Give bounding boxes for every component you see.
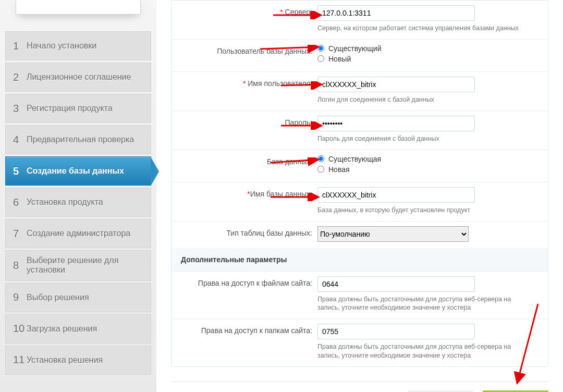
database-new-radio[interactable]: Новая bbox=[317, 165, 543, 174]
step-4[interactable]: 4 Предварительная проверка bbox=[5, 125, 151, 154]
row-db-name: *Имя базы данных: База данных, в которую… bbox=[172, 182, 548, 221]
step-number: 1 bbox=[13, 40, 27, 52]
dir-perms-hint: Права должны быть достаточными для досту… bbox=[317, 342, 526, 360]
step-3[interactable]: 3 Регистрация продукта bbox=[5, 94, 151, 123]
table-type-select[interactable]: По-умолчанию bbox=[317, 226, 469, 242]
username-input[interactable] bbox=[317, 77, 475, 92]
server-input[interactable] bbox=[317, 5, 475, 21]
file-perms-hint: Права должны быть достаточными для досту… bbox=[317, 295, 526, 313]
db-user-existing-radio[interactable]: Существующий bbox=[317, 44, 543, 53]
step-8[interactable]: 8 Выберите решение для установки bbox=[5, 250, 151, 281]
step-2[interactable]: 2 Лицензионное соглашение bbox=[5, 63, 151, 92]
step-5[interactable]: 5 Создание базы данных bbox=[5, 156, 151, 186]
file-perms-label: Права на доступ к файлам сайта: bbox=[177, 275, 317, 313]
install-form: * Сервер: Сервер, на котором работает си… bbox=[156, 0, 563, 392]
password-hint: Пароль для соединения с базой данных bbox=[317, 134, 526, 143]
database-label: База данных: bbox=[177, 153, 317, 176]
step-label: Лицензионное соглашение bbox=[27, 72, 131, 82]
step-number: 4 bbox=[13, 134, 27, 146]
row-username: * Имя пользователя: Логин для соединения… bbox=[172, 71, 548, 111]
step-label: Установка решения bbox=[27, 356, 103, 365]
db-name-label: *Имя базы данных: bbox=[177, 186, 317, 215]
step-number: 6 bbox=[13, 197, 27, 209]
install-sidebar: 1 Начало установки 2 Лицензионное соглаш… bbox=[0, 0, 156, 392]
step-label: Выберите решение для установки bbox=[27, 256, 143, 275]
row-db-user: Пользователь базы данных: Существующий Н… bbox=[172, 39, 548, 71]
row-dir-perms: Права на доступ к папкам сайта: Права до… bbox=[172, 318, 548, 366]
form-footer: ← Назад Далее → bbox=[171, 382, 548, 392]
row-password: Пароль: Пароль для соединения с базой да… bbox=[172, 111, 548, 150]
row-server: * Сервер: Сервер, на котором работает си… bbox=[172, 1, 548, 39]
file-perms-input[interactable] bbox=[317, 276, 475, 292]
step-label: Установка продукта bbox=[27, 198, 103, 207]
row-table-type: Тип таблиц базы данных: По-умолчанию bbox=[172, 221, 548, 248]
step-number: 8 bbox=[13, 260, 27, 272]
preview-placeholder bbox=[16, 0, 141, 15]
db-name-hint: База данных, в которую будет установлен … bbox=[317, 206, 526, 215]
step-7[interactable]: 7 Создание администратора bbox=[5, 219, 151, 248]
step-1[interactable]: 1 Начало установки bbox=[5, 31, 151, 60]
table-type-label: Тип таблиц базы данных: bbox=[177, 225, 317, 242]
step-label: Регистрация продукта bbox=[27, 104, 113, 113]
dir-perms-input[interactable] bbox=[317, 324, 475, 339]
database-existing-radio[interactable]: Существующая bbox=[317, 155, 543, 163]
step-6[interactable]: 6 Установка продукта bbox=[5, 188, 151, 217]
step-10[interactable]: 10 Загрузка решения bbox=[5, 314, 151, 344]
step-label: Предварительная проверка bbox=[27, 135, 134, 144]
step-label: Начало установки bbox=[27, 41, 96, 51]
db-settings-section: * Сервер: Сервер, на котором работает си… bbox=[171, 0, 548, 367]
step-9[interactable]: 9 Выбор решения bbox=[5, 283, 151, 312]
step-label: Выбор решения bbox=[27, 293, 89, 302]
db-name-input[interactable] bbox=[317, 187, 475, 203]
extra-params-header: Дополнительные параметры bbox=[172, 248, 548, 271]
db-user-label: Пользователь базы данных: bbox=[177, 43, 317, 65]
step-number: 7 bbox=[13, 228, 27, 240]
row-database: База данных: Существующая Новая bbox=[172, 150, 548, 182]
install-steps-list: 1 Начало установки 2 Лицензионное соглаш… bbox=[5, 31, 151, 375]
server-label: * Сервер: bbox=[177, 4, 317, 33]
server-hint: Сервер, на котором работает система упра… bbox=[317, 24, 526, 33]
username-label: * Имя пользователя: bbox=[177, 75, 317, 104]
dir-perms-label: Права на доступ к папкам сайта: bbox=[177, 322, 317, 360]
step-label: Загрузка решения bbox=[27, 324, 97, 334]
step-number: 2 bbox=[13, 71, 27, 83]
row-file-perms: Права на доступ к файлам сайта: Права до… bbox=[172, 271, 548, 319]
db-user-new-radio[interactable]: Новый bbox=[317, 55, 543, 63]
password-input[interactable] bbox=[317, 116, 475, 131]
step-number: 11 bbox=[13, 354, 27, 366]
step-number: 9 bbox=[13, 291, 27, 303]
step-11[interactable]: 11 Установка решения bbox=[5, 346, 151, 375]
step-number: 3 bbox=[13, 103, 27, 115]
step-number: 10 bbox=[13, 323, 27, 335]
step-number: 5 bbox=[13, 165, 27, 177]
password-label: Пароль: bbox=[177, 114, 317, 143]
step-label: Создание администратора bbox=[27, 229, 130, 238]
step-label: Создание базы данных bbox=[27, 166, 124, 176]
username-hint: Логин для соединения с базой данных bbox=[317, 95, 526, 104]
